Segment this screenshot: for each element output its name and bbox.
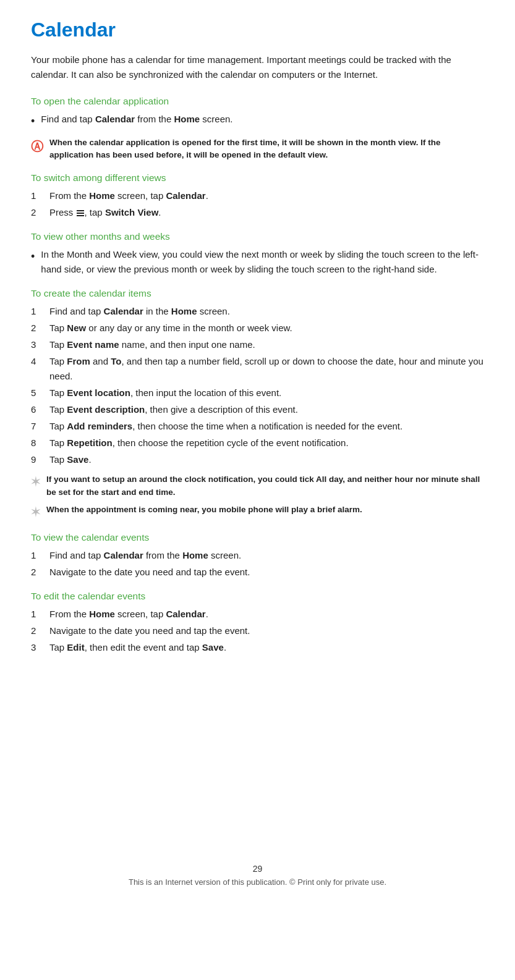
menu-icon: [77, 210, 84, 216]
view-months-list: • In the Month and Week view, you could …: [31, 247, 484, 277]
list-num: 1: [31, 188, 43, 203]
section-view-months: To view other months and weeks • In the …: [31, 231, 484, 277]
list-item: 8Tap Repetition, then choose the repetit…: [31, 436, 484, 450]
section-heading-open: To open the calendar application: [31, 96, 484, 107]
list-item: 3Tap Event name name, and then input one…: [31, 337, 484, 352]
list-num: 2: [31, 565, 43, 580]
switch-item-1: From the Home screen, tap Calendar.: [49, 188, 208, 203]
lightbulb-icon-2: ✶: [31, 504, 40, 521]
footer-copyright: This is an Internet version of this publ…: [31, 877, 484, 887]
section-heading-edit-events: To edit the calendar events: [31, 591, 484, 602]
list-item: 7Tap Add reminders, then choose the time…: [31, 419, 484, 434]
section-open: To open the calendar application • Find …: [31, 96, 484, 161]
list-num: 4: [31, 354, 43, 369]
list-item: • In the Month and Week view, you could …: [31, 247, 484, 277]
lightbulb-icon: ✶: [31, 474, 40, 491]
list-item: 1From the Home screen, tap Calendar.: [31, 607, 484, 622]
list-item: 2Tap New or any day or any time in the m…: [31, 321, 484, 336]
list-num: 7: [31, 419, 43, 434]
list-num: 6: [31, 402, 43, 417]
switch-list: 1 From the Home screen, tap Calendar. 2 …: [31, 188, 484, 220]
list-num: 1: [31, 304, 43, 319]
list-item: 3Tap Edit, then edit the event and tap S…: [31, 640, 484, 655]
page-title: Calendar: [31, 19, 484, 41]
view-events-list: 1Find and tap Calendar from the Home scr…: [31, 548, 484, 580]
intro-text: Your mobile phone has a calendar for tim…: [31, 53, 484, 82]
exclamation-icon: Ⓐ: [31, 137, 43, 156]
list-item: 2 Press , tap Switch View.: [31, 205, 484, 220]
list-item: 1Find and tap Calendar in the Home scree…: [31, 304, 484, 319]
list-item: 5Tap Event location, then input the loca…: [31, 386, 484, 400]
list-num: 9: [31, 452, 43, 467]
footer-page-number: 29: [31, 864, 484, 874]
list-num: 1: [31, 548, 43, 563]
edit-events-list: 1From the Home screen, tap Calendar. 2Na…: [31, 607, 484, 655]
whitespace: [31, 666, 484, 839]
list-item: 2Navigate to the date you need and tap t…: [31, 623, 484, 638]
list-item: 4Tap From and To, and then tap a number …: [31, 354, 484, 384]
list-num: 2: [31, 623, 43, 638]
notice-text-open: When the calendar application is opened …: [49, 137, 484, 162]
list-item: 2Navigate to the date you need and tap t…: [31, 565, 484, 580]
bullet-icon: •: [31, 248, 35, 266]
list-num: 3: [31, 337, 43, 352]
list-item: 1Find and tap Calendar from the Home scr…: [31, 548, 484, 563]
view-months-item-1: In the Month and Week view, you could vi…: [41, 247, 484, 277]
open-list: • Find and tap Calendar from the Home sc…: [31, 112, 484, 130]
tip-box-create-1: ✶ If you want to setup an around the clo…: [31, 473, 484, 499]
section-heading-switch: To switch among different views: [31, 172, 484, 184]
list-num: 1: [31, 607, 43, 622]
open-item-1: Find and tap Calendar from the Home scre…: [41, 112, 232, 127]
list-num: 3: [31, 640, 43, 655]
tip-text-2: When the appointment is coming near, you…: [46, 504, 362, 516]
notice-box-open: Ⓐ When the calendar application is opene…: [31, 137, 484, 162]
tip-text-1: If you want to setup an around the clock…: [46, 473, 484, 499]
section-heading-view-months: To view other months and weeks: [31, 231, 484, 242]
list-item: 1 From the Home screen, tap Calendar.: [31, 188, 484, 203]
section-heading-create: To create the calendar items: [31, 288, 484, 299]
bullet-icon: •: [31, 112, 35, 130]
list-item: • Find and tap Calendar from the Home sc…: [31, 112, 484, 130]
section-heading-view-events: To view the calendar events: [31, 532, 484, 543]
switch-item-2: Press , tap Switch View.: [49, 205, 161, 220]
list-num: 2: [31, 321, 43, 336]
section-view-events: To view the calendar events 1Find and ta…: [31, 532, 484, 580]
list-num: 5: [31, 386, 43, 400]
list-item: 6Tap Event description, then give a desc…: [31, 402, 484, 417]
list-num: 2: [31, 205, 43, 220]
create-list: 1Find and tap Calendar in the Home scree…: [31, 304, 484, 467]
tip-box-create-2: ✶ When the appointment is coming near, y…: [31, 504, 484, 521]
section-switch: To switch among different views 1 From t…: [31, 172, 484, 220]
list-item: 9Tap Save.: [31, 452, 484, 467]
section-edit-events: To edit the calendar events 1From the Ho…: [31, 591, 484, 655]
list-num: 8: [31, 436, 43, 450]
section-create: To create the calendar items 1Find and t…: [31, 288, 484, 521]
